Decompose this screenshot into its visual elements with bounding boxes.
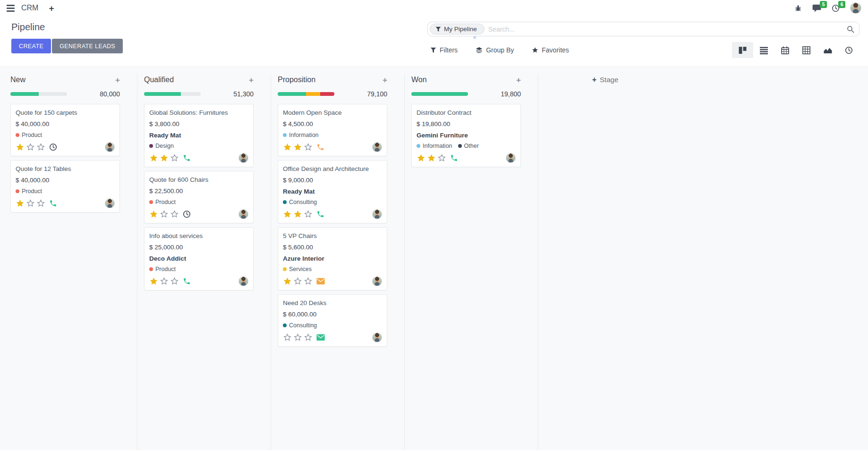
star-icon[interactable] <box>160 277 169 286</box>
app-name[interactable]: CRM <box>21 4 38 12</box>
progress-segment[interactable] <box>144 92 181 96</box>
star-icon[interactable] <box>36 199 45 208</box>
view-pivot-button[interactable] <box>796 42 817 58</box>
quick-create-icon[interactable]: + <box>249 76 254 84</box>
envelope-icon[interactable] <box>316 334 325 341</box>
search-icon[interactable] <box>847 26 854 33</box>
card-avatar[interactable] <box>372 209 382 219</box>
kanban-card[interactable]: Info about services$ 25,000.00Deco Addic… <box>144 227 254 290</box>
star-icon[interactable] <box>417 153 425 162</box>
phone-icon[interactable] <box>316 210 324 218</box>
card-avatar[interactable] <box>372 332 382 342</box>
facet-remove-icon[interactable]: × <box>473 34 477 41</box>
quick-create-icon[interactable]: + <box>383 76 387 84</box>
star-icon[interactable] <box>304 277 313 286</box>
view-calendar-button[interactable] <box>774 42 796 58</box>
kanban-card[interactable]: Global Solutions: Furnitures$ 3,800.00Re… <box>144 104 254 167</box>
progress-segment[interactable] <box>306 92 320 96</box>
clock-icon[interactable] <box>49 143 57 151</box>
star-icon[interactable] <box>149 210 158 219</box>
phone-icon[interactable] <box>183 277 191 285</box>
generate-leads-button[interactable]: GENERATE LEADS <box>52 39 123 53</box>
phone-icon[interactable] <box>450 154 458 162</box>
star-icon[interactable] <box>149 153 158 162</box>
star-icon[interactable] <box>427 153 436 162</box>
view-activity-button[interactable] <box>838 42 859 58</box>
star-icon[interactable] <box>170 210 179 219</box>
view-list-button[interactable] <box>753 42 774 58</box>
phone-icon[interactable] <box>49 199 57 207</box>
star-icon[interactable] <box>26 143 35 152</box>
search-input[interactable] <box>488 26 847 33</box>
star-icon[interactable] <box>293 210 302 219</box>
column-progressbar[interactable] <box>10 92 67 96</box>
column-title[interactable]: Won <box>411 76 427 84</box>
kanban-card[interactable]: Need 20 Desks$ 60,000.00Consulting <box>278 294 387 347</box>
favorites-button[interactable]: Favorites <box>532 46 569 54</box>
star-icon[interactable] <box>26 199 35 208</box>
card-avatar[interactable] <box>238 209 248 219</box>
card-avatar[interactable] <box>105 198 115 208</box>
star-icon[interactable] <box>283 143 292 152</box>
star-icon[interactable] <box>304 333 313 342</box>
star-icon[interactable] <box>16 199 25 208</box>
kanban-card[interactable]: 5 VP Chairs$ 5,600.00Azure InteriorServi… <box>278 227 387 290</box>
star-icon[interactable] <box>160 153 169 162</box>
star-icon[interactable] <box>16 143 25 152</box>
column-title[interactable]: Qualified <box>144 76 174 84</box>
kanban-card[interactable]: Quote for 600 Chairs$ 22,500.00Product <box>144 171 254 223</box>
card-avatar[interactable] <box>372 142 382 152</box>
quick-create-icon[interactable]: + <box>516 76 521 84</box>
star-icon[interactable] <box>36 143 45 152</box>
filters-button[interactable]: Filters <box>430 46 458 54</box>
messages-button[interactable]: 5 <box>812 4 821 12</box>
column-title[interactable]: Proposition <box>278 76 315 84</box>
column-progressbar[interactable] <box>144 92 201 96</box>
star-icon[interactable] <box>149 277 158 286</box>
kanban-card[interactable]: Distributor Contract$ 19,800.00Gemini Fu… <box>411 104 521 167</box>
progress-segment[interactable] <box>320 92 334 96</box>
column-title[interactable]: New <box>10 76 26 84</box>
filter-facet[interactable]: My Pipeline × <box>430 24 485 34</box>
star-icon[interactable] <box>170 153 179 162</box>
clock-icon[interactable] <box>183 210 191 218</box>
card-avatar[interactable] <box>372 276 382 286</box>
column-progressbar[interactable] <box>411 92 468 96</box>
star-icon[interactable] <box>293 277 302 286</box>
phone-icon[interactable] <box>183 154 191 162</box>
create-button[interactable]: CREATE <box>11 39 51 53</box>
star-icon[interactable] <box>170 277 179 286</box>
view-graph-button[interactable] <box>817 42 838 58</box>
card-avatar[interactable] <box>238 153 248 163</box>
add-icon[interactable]: + <box>49 4 54 13</box>
star-icon[interactable] <box>293 333 302 342</box>
kanban-card[interactable]: Quote for 150 carpets$ 40,000.00Product <box>10 104 120 156</box>
activities-button[interactable]: 6 <box>832 4 840 12</box>
view-kanban-button[interactable] <box>732 42 753 58</box>
star-icon[interactable] <box>283 210 292 219</box>
star-icon[interactable] <box>304 210 313 219</box>
progress-segment[interactable] <box>10 92 39 96</box>
progress-segment[interactable] <box>411 92 468 96</box>
card-avatar[interactable] <box>506 153 516 163</box>
kanban-card[interactable]: Office Design and Architecture$ 9,000.00… <box>278 160 387 223</box>
group-by-button[interactable]: Group By <box>476 46 514 54</box>
quick-create-icon[interactable]: + <box>115 76 120 84</box>
star-icon[interactable] <box>283 277 292 286</box>
user-avatar[interactable] <box>850 2 861 14</box>
star-icon[interactable] <box>293 143 302 152</box>
progress-segment[interactable] <box>278 92 306 96</box>
star-icon[interactable] <box>304 143 313 152</box>
add-stage-button[interactable]: +Stage <box>592 76 619 84</box>
search-bar[interactable]: My Pipeline × <box>427 22 859 36</box>
star-icon[interactable] <box>160 210 169 219</box>
star-icon[interactable] <box>437 153 446 162</box>
menu-icon[interactable] <box>7 5 15 12</box>
column-progressbar[interactable] <box>278 92 334 96</box>
card-avatar[interactable] <box>105 142 115 152</box>
kanban-card[interactable]: Modern Open Space$ 4,500.00Information <box>278 104 387 156</box>
phone-icon[interactable] <box>316 143 324 151</box>
bug-icon[interactable] <box>794 4 802 12</box>
card-avatar[interactable] <box>238 276 248 286</box>
kanban-card[interactable]: Quote for 12 Tables$ 40,000.00Product <box>10 160 120 213</box>
